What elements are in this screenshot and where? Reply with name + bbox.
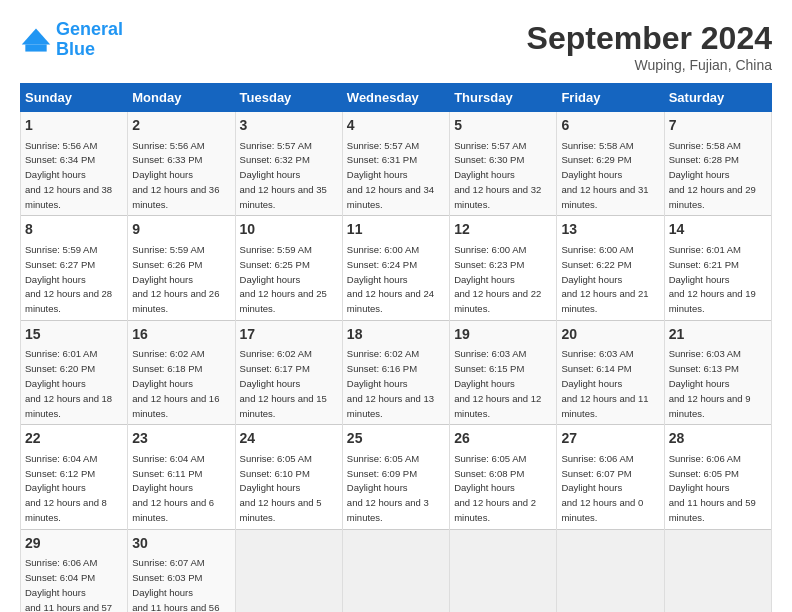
calendar-day-cell: 3 Sunrise: 5:57 AMSunset: 6:32 PMDayligh… bbox=[235, 112, 342, 216]
day-info: Sunrise: 6:05 AMSunset: 6:09 PMDaylight … bbox=[347, 453, 429, 523]
day-number: 11 bbox=[347, 220, 445, 240]
day-info: Sunrise: 5:56 AMSunset: 6:33 PMDaylight … bbox=[132, 140, 219, 210]
day-info: Sunrise: 6:03 AMSunset: 6:14 PMDaylight … bbox=[561, 348, 648, 418]
day-info: Sunrise: 6:04 AMSunset: 6:12 PMDaylight … bbox=[25, 453, 107, 523]
day-number: 13 bbox=[561, 220, 659, 240]
day-info: Sunrise: 6:03 AMSunset: 6:15 PMDaylight … bbox=[454, 348, 541, 418]
logo-text: General Blue bbox=[56, 20, 123, 60]
calendar-day-cell: 23 Sunrise: 6:04 AMSunset: 6:11 PMDaylig… bbox=[128, 425, 235, 529]
day-number: 10 bbox=[240, 220, 338, 240]
day-info: Sunrise: 5:59 AMSunset: 6:25 PMDaylight … bbox=[240, 244, 327, 314]
calendar-week-row: 8 Sunrise: 5:59 AMSunset: 6:27 PMDayligh… bbox=[21, 216, 772, 320]
day-number: 20 bbox=[561, 325, 659, 345]
day-info: Sunrise: 5:57 AMSunset: 6:31 PMDaylight … bbox=[347, 140, 434, 210]
calendar-day-cell: 30 Sunrise: 6:07 AMSunset: 6:03 PMDaylig… bbox=[128, 529, 235, 612]
calendar-day-cell: 24 Sunrise: 6:05 AMSunset: 6:10 PMDaylig… bbox=[235, 425, 342, 529]
calendar-day-cell: 17 Sunrise: 6:02 AMSunset: 6:17 PMDaylig… bbox=[235, 320, 342, 424]
day-number: 26 bbox=[454, 429, 552, 449]
header-friday: Friday bbox=[557, 84, 664, 112]
day-info: Sunrise: 6:04 AMSunset: 6:11 PMDaylight … bbox=[132, 453, 214, 523]
logo-icon bbox=[20, 26, 52, 54]
day-info: Sunrise: 6:06 AMSunset: 6:04 PMDaylight … bbox=[25, 557, 112, 612]
day-number: 16 bbox=[132, 325, 230, 345]
calendar-day-cell: 7 Sunrise: 5:58 AMSunset: 6:28 PMDayligh… bbox=[664, 112, 771, 216]
calendar-day-cell: 16 Sunrise: 6:02 AMSunset: 6:18 PMDaylig… bbox=[128, 320, 235, 424]
calendar-week-row: 29 Sunrise: 6:06 AMSunset: 6:04 PMDaylig… bbox=[21, 529, 772, 612]
svg-rect-1 bbox=[25, 44, 46, 51]
svg-marker-0 bbox=[22, 28, 50, 44]
calendar-day-cell: 19 Sunrise: 6:03 AMSunset: 6:15 PMDaylig… bbox=[450, 320, 557, 424]
calendar-day-cell: 10 Sunrise: 5:59 AMSunset: 6:25 PMDaylig… bbox=[235, 216, 342, 320]
calendar-day-cell: 1 Sunrise: 5:56 AMSunset: 6:34 PMDayligh… bbox=[21, 112, 128, 216]
day-number: 14 bbox=[669, 220, 767, 240]
calendar-day-cell: 6 Sunrise: 5:58 AMSunset: 6:29 PMDayligh… bbox=[557, 112, 664, 216]
calendar-day-cell: 12 Sunrise: 6:00 AMSunset: 6:23 PMDaylig… bbox=[450, 216, 557, 320]
logo: General Blue bbox=[20, 20, 123, 60]
header-sunday: Sunday bbox=[21, 84, 128, 112]
day-number: 12 bbox=[454, 220, 552, 240]
logo-line1: General bbox=[56, 19, 123, 39]
calendar-week-row: 15 Sunrise: 6:01 AMSunset: 6:20 PMDaylig… bbox=[21, 320, 772, 424]
header-tuesday: Tuesday bbox=[235, 84, 342, 112]
calendar-day-cell bbox=[235, 529, 342, 612]
calendar-week-row: 1 Sunrise: 5:56 AMSunset: 6:34 PMDayligh… bbox=[21, 112, 772, 216]
day-number: 21 bbox=[669, 325, 767, 345]
day-number: 24 bbox=[240, 429, 338, 449]
weekday-header-row: Sunday Monday Tuesday Wednesday Thursday… bbox=[21, 84, 772, 112]
calendar-day-cell: 11 Sunrise: 6:00 AMSunset: 6:24 PMDaylig… bbox=[342, 216, 449, 320]
calendar-day-cell: 28 Sunrise: 6:06 AMSunset: 6:05 PMDaylig… bbox=[664, 425, 771, 529]
day-info: Sunrise: 6:00 AMSunset: 6:22 PMDaylight … bbox=[561, 244, 648, 314]
day-number: 27 bbox=[561, 429, 659, 449]
calendar-day-cell bbox=[664, 529, 771, 612]
day-number: 30 bbox=[132, 534, 230, 554]
month-title: September 2024 bbox=[527, 20, 772, 57]
calendar-table: Sunday Monday Tuesday Wednesday Thursday… bbox=[20, 83, 772, 612]
page-header: General Blue September 2024 Wuping, Fuji… bbox=[20, 20, 772, 73]
header-thursday: Thursday bbox=[450, 84, 557, 112]
day-number: 18 bbox=[347, 325, 445, 345]
calendar-day-cell: 29 Sunrise: 6:06 AMSunset: 6:04 PMDaylig… bbox=[21, 529, 128, 612]
day-number: 28 bbox=[669, 429, 767, 449]
day-number: 4 bbox=[347, 116, 445, 136]
day-number: 25 bbox=[347, 429, 445, 449]
day-number: 8 bbox=[25, 220, 123, 240]
day-number: 19 bbox=[454, 325, 552, 345]
day-info: Sunrise: 6:01 AMSunset: 6:20 PMDaylight … bbox=[25, 348, 112, 418]
day-info: Sunrise: 5:59 AMSunset: 6:27 PMDaylight … bbox=[25, 244, 112, 314]
day-info: Sunrise: 6:00 AMSunset: 6:23 PMDaylight … bbox=[454, 244, 541, 314]
header-wednesday: Wednesday bbox=[342, 84, 449, 112]
day-number: 6 bbox=[561, 116, 659, 136]
day-number: 5 bbox=[454, 116, 552, 136]
day-info: Sunrise: 6:05 AMSunset: 6:08 PMDaylight … bbox=[454, 453, 536, 523]
calendar-day-cell: 5 Sunrise: 5:57 AMSunset: 6:30 PMDayligh… bbox=[450, 112, 557, 216]
calendar-day-cell: 13 Sunrise: 6:00 AMSunset: 6:22 PMDaylig… bbox=[557, 216, 664, 320]
day-info: Sunrise: 6:00 AMSunset: 6:24 PMDaylight … bbox=[347, 244, 434, 314]
day-number: 9 bbox=[132, 220, 230, 240]
title-block: September 2024 Wuping, Fujian, China bbox=[527, 20, 772, 73]
calendar-day-cell: 27 Sunrise: 6:06 AMSunset: 6:07 PMDaylig… bbox=[557, 425, 664, 529]
day-info: Sunrise: 6:05 AMSunset: 6:10 PMDaylight … bbox=[240, 453, 322, 523]
header-monday: Monday bbox=[128, 84, 235, 112]
calendar-day-cell: 20 Sunrise: 6:03 AMSunset: 6:14 PMDaylig… bbox=[557, 320, 664, 424]
day-number: 1 bbox=[25, 116, 123, 136]
calendar-day-cell: 9 Sunrise: 5:59 AMSunset: 6:26 PMDayligh… bbox=[128, 216, 235, 320]
day-info: Sunrise: 5:56 AMSunset: 6:34 PMDaylight … bbox=[25, 140, 112, 210]
day-info: Sunrise: 6:01 AMSunset: 6:21 PMDaylight … bbox=[669, 244, 756, 314]
calendar-day-cell bbox=[557, 529, 664, 612]
day-number: 3 bbox=[240, 116, 338, 136]
day-info: Sunrise: 6:02 AMSunset: 6:18 PMDaylight … bbox=[132, 348, 219, 418]
calendar-day-cell: 8 Sunrise: 5:59 AMSunset: 6:27 PMDayligh… bbox=[21, 216, 128, 320]
day-number: 22 bbox=[25, 429, 123, 449]
day-info: Sunrise: 6:03 AMSunset: 6:13 PMDaylight … bbox=[669, 348, 751, 418]
day-info: Sunrise: 5:57 AMSunset: 6:30 PMDaylight … bbox=[454, 140, 541, 210]
calendar-day-cell bbox=[450, 529, 557, 612]
day-info: Sunrise: 5:58 AMSunset: 6:29 PMDaylight … bbox=[561, 140, 648, 210]
calendar-day-cell: 2 Sunrise: 5:56 AMSunset: 6:33 PMDayligh… bbox=[128, 112, 235, 216]
calendar-day-cell: 4 Sunrise: 5:57 AMSunset: 6:31 PMDayligh… bbox=[342, 112, 449, 216]
calendar-day-cell: 25 Sunrise: 6:05 AMSunset: 6:09 PMDaylig… bbox=[342, 425, 449, 529]
day-info: Sunrise: 5:58 AMSunset: 6:28 PMDaylight … bbox=[669, 140, 756, 210]
calendar-week-row: 22 Sunrise: 6:04 AMSunset: 6:12 PMDaylig… bbox=[21, 425, 772, 529]
day-number: 7 bbox=[669, 116, 767, 136]
calendar-day-cell: 18 Sunrise: 6:02 AMSunset: 6:16 PMDaylig… bbox=[342, 320, 449, 424]
location-subtitle: Wuping, Fujian, China bbox=[527, 57, 772, 73]
